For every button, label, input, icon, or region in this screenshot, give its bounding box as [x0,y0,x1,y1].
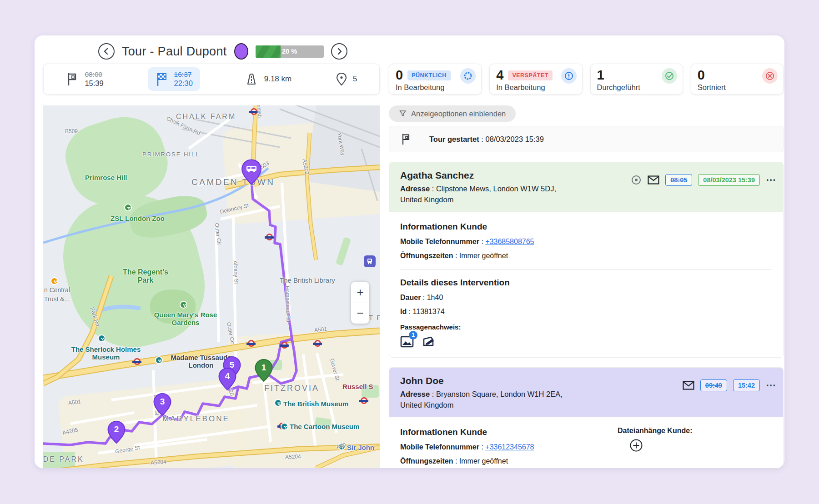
tube-station-icon [314,340,321,347]
envelope-icon [683,381,694,390]
previous-tour-button[interactable] [98,43,115,60]
actual-time-chip: 08/03/2023 15:39 [698,174,760,186]
vehicle-marker[interactable] [241,159,262,185]
phone-label: Mobile Telefonnummer [400,238,479,245]
zoom-out-button[interactable]: − [351,303,369,324]
status-label: Sortniert [698,83,777,92]
status-card-sortniert[interactable]: 0 Sortniert [691,64,784,95]
hours-row: Öffnungszeiten : Immer geöffnet [400,252,772,260]
plus-circle-icon [629,439,643,452]
estimated-end-time: 22:30 [174,79,193,88]
colon: : [453,252,459,259]
colon: : [453,457,459,465]
colon: : [479,238,485,245]
map-marker-stop-2[interactable]: 2 [107,421,126,444]
map-label-road: A5204 [285,453,301,460]
map[interactable]: CHALK FARM PRIMROSE HILL CAMDEN TOWN MAR… [43,105,380,468]
intervention-details: Informationen Kunde Mobile Telefonnummer… [389,212,783,357]
map-label-poi: The British Museum [283,400,348,408]
marker-number: 3 [153,397,171,407]
zoo-paw-icon [124,204,132,211]
estimated-time-chip: 15:42 [733,379,760,391]
more-options-button[interactable]: ⋯ [766,175,776,185]
phone-link[interactable]: +33685808765 [485,238,534,245]
stat-distance: 9.18 km [244,73,291,85]
hours-label: Öffnungszeiten [400,457,453,465]
map-label-poi: Trust &... [44,295,70,303]
intervention-header[interactable]: Agatha Sanchez Adresse : Clipstone Mews,… [389,162,783,212]
display-options-button[interactable]: Anzeigeoptionen einblenden [389,105,516,122]
tour-header: Tour - Paul Dupont 20 % [98,38,347,65]
map-label-poi: Sir John [347,444,374,451]
status-card-puenktlich[interactable]: 0 PÜNKTLICH In Bearbeitung [389,64,482,95]
status-badge: PÜNKTLICH [407,70,451,80]
customer-address: Adresse : Bryanston Square, London W1H 2… [400,389,573,411]
map-marker-stop-3[interactable]: 3 [153,393,171,416]
app-window: Tour - Paul Dupont 20 % 08:00 15:39 [35,35,784,468]
status-label: Durchgeführt [597,83,676,92]
map-label-poi: n Central [44,286,70,294]
more-options-button[interactable]: ⋯ [766,380,776,390]
email-button[interactable] [648,175,659,185]
map-label-road: Kentish [255,105,263,118]
marker-number: 4 [218,371,236,381]
museum-icon [98,334,106,342]
locate-on-map-button[interactable] [631,175,642,185]
intervention-header[interactable]: John Doe Adresse : Bryanston Square, Lon… [389,368,783,417]
marker-number: 2 [107,424,126,434]
planned-time-chip: 09:49 [700,379,727,391]
attachments-label: Dateianhänge Kunde: [618,427,772,435]
tour-progress-bar: 20 % [256,45,324,58]
map-label-area: CAMDEN TOWN [191,177,275,187]
filter-funnel-icon [399,110,407,118]
colon: : [421,294,427,301]
status-count: 4 [496,68,503,83]
planned-time-chip: 08:05 [665,174,692,186]
id-label: Id [400,308,407,315]
intervention-card-agatha-sanchez: Agatha Sanchez Adresse : Clipstone Mews,… [389,162,784,358]
hours-value: Immer geöffnet [459,457,508,465]
phone-link[interactable]: +33612345678 [485,443,534,451]
map-marker-stop-4[interactable]: 4 [218,368,236,390]
colon: : [430,390,436,398]
colon: : [430,185,436,193]
phone-label: Mobile Telefonnummer [400,443,479,451]
check-circle-icon [662,68,677,84]
progress-label: 20 % [256,45,324,58]
flag-icon [400,133,412,145]
map-label-park: The Regent's Park [116,268,175,284]
address-label: Adresse [400,390,430,398]
map-label-road: A501 [314,326,327,334]
map-label-area: MARYLEBONE [162,414,230,424]
poi-icon [50,277,58,285]
envelope-icon [648,175,659,185]
zoom-in-button[interactable]: + [351,282,369,303]
colon: : [479,443,485,451]
phone-row: Mobile Telefonnummer : +33612345678 [400,443,618,451]
map-marker-stop-1[interactable]: 1 [255,359,273,382]
section-divider [400,269,772,269]
signature-proof-button[interactable] [422,335,437,348]
status-label: In Bearbeitung [496,83,575,92]
customer-info-heading: Informationen Kunde [400,222,772,232]
status-card-durchgefuehrt[interactable]: 1 Durchgeführt [590,64,683,95]
tube-station-icon [361,397,367,404]
interventions-panel: Anzeigeoptionen einblenden Tour gestarte… [389,105,784,468]
map-label-area: FITZROVIA [264,384,319,393]
intervention-card-john-doe: John Doe Adresse : Bryanston Square, Lon… [389,367,784,468]
van-pin-icon [241,159,262,185]
status-card-verspaetet[interactable]: 4 VERSPÄTET In Bearbeitung [489,64,582,95]
status-summary: 0 PÜNKTLICH In Bearbeitung 4 VERSPÄTET I… [389,64,784,95]
hours-row: Öffnungszeiten : Immer geöffnet [400,457,618,465]
x-circle-icon [762,68,778,84]
road-icon [244,73,259,85]
email-button[interactable] [683,381,694,390]
photo-count-badge: 1 [409,331,417,339]
map-label-area: CHALK FARM [176,113,236,121]
add-attachment-button[interactable] [629,439,643,454]
address-label: Adresse [400,185,430,193]
next-tour-button[interactable] [331,43,347,60]
duration-row: Dauer : 1h40 [400,294,772,302]
id-row: Id : 11381374 [400,308,772,316]
checkered-flag-icon [155,71,169,87]
